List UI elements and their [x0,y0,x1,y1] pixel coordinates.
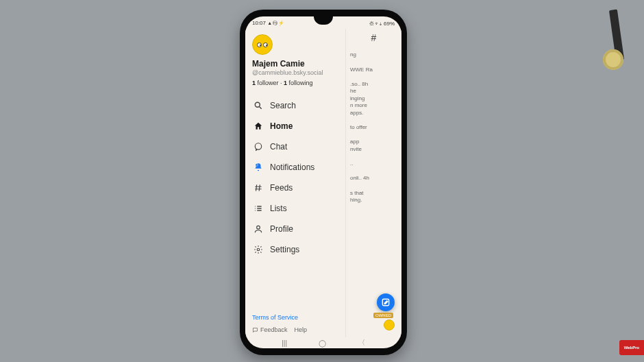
help-link[interactable]: Help [295,326,308,333]
svg-point-3 [256,164,258,167]
nav-home[interactable]: Home [252,117,338,136]
nav-search[interactable]: Search [252,96,338,115]
nav-label: Notifications [270,162,314,172]
recents-button[interactable]: ||| [282,339,287,347]
hash-icon: # [350,32,397,44]
feedback-link[interactable]: Feedback [252,326,288,333]
svg-point-2 [255,143,261,149]
nav-lists[interactable]: Lists [252,199,338,218]
peek-text: .so.. 8h he inging n more apps. [350,81,397,117]
status-battery: 69% [384,21,395,27]
profile-handle: @cammieblue.bsky.social [252,69,338,76]
list-icon [253,204,263,213]
nav-label: Feeds [270,183,293,193]
peek-text: ng [350,51,397,58]
nav-profile[interactable]: Profile [252,219,338,239]
nav-label: Profile [270,224,293,234]
compose-button[interactable] [377,293,395,311]
peek-text: .. [350,160,397,167]
nav-label: Chat [270,142,287,152]
svg-point-14 [257,226,260,229]
nav-label: Settings [270,245,299,254]
nav-feeds[interactable]: Feeds [252,178,338,197]
nav-label: Search [270,101,296,110]
status-left-icons: ▲ ⓜ ⚡ [267,21,284,25]
back-button[interactable]: 〈 [358,338,365,348]
peek-text: to offer [350,124,397,131]
peek-text: onli.. 4h [350,175,397,182]
home-icon [253,121,263,131]
peek-text: WWE Ra [350,67,397,73]
nav-label: Lists [270,204,287,213]
nav-notifications[interactable]: Notifications [252,158,338,177]
nav-label: Home [270,121,293,131]
svg-line-4 [256,184,257,191]
svg-line-5 [259,184,260,191]
hash-icon [253,183,263,193]
compose-icon [381,298,391,307]
profile-icon [253,224,263,234]
gear-icon [253,245,263,254]
navigation-drawer: Majem Camie @cammieblue.bsky.social 1 fo… [245,29,345,337]
svg-line-1 [260,107,262,109]
terms-of-service-link[interactable]: Terms of Service [252,314,338,321]
peek-text: s that hing. [350,190,397,204]
android-nav-bar: ||| ◯ 〈 [245,337,401,348]
peek-text: app nvite [350,138,397,153]
home-button[interactable]: ◯ [319,339,326,347]
bell-icon [253,162,263,172]
profile-display-name: Majem Camie [252,59,338,69]
phone-screen: 10:07 ▲ ⓜ ⚡ ⚙ ᯤ ⫰ 69% Majem Camie @cammi… [245,16,401,348]
status-time: 10:07 [252,20,266,26]
svg-point-0 [255,102,260,107]
phone-frame: 10:07 ▲ ⓜ ⚡ ⚙ ᯤ ⫰ 69% Majem Camie @cammi… [240,10,407,355]
owned-badge: OWNED [373,313,393,318]
status-right-icons: ⚙ ᯤ ⫰ [369,21,382,26]
mini-avatar[interactable] [384,319,395,330]
video-watermark: WebPro [619,340,644,355]
drawer-footer: Feedback Help [252,324,338,335]
user-avatar[interactable] [252,34,273,55]
message-icon [252,327,258,333]
svg-point-15 [257,248,260,251]
main-content-peek[interactable]: # ng WWE Ra .so.. 8h he inging n more ap… [345,29,401,337]
search-icon [253,101,263,110]
desk-prop [599,10,637,64]
follow-stats[interactable]: 1 follower · 1 following [252,80,338,86]
nav-settings[interactable]: Settings [252,240,338,259]
nav-chat[interactable]: Chat [252,137,338,156]
chat-icon [253,142,263,152]
